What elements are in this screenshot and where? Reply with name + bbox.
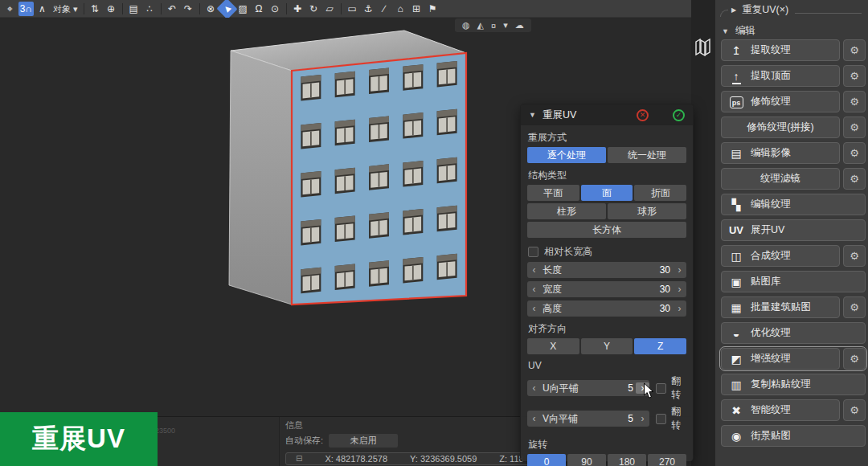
structure-option-folded[interactable]: 折面 — [634, 185, 686, 201]
decrement-icon[interactable]: ‹ — [527, 413, 541, 424]
chevron-down-icon[interactable]: ▾ — [503, 20, 508, 31]
cancel-icon[interactable]: ✕ — [637, 109, 649, 121]
home-tool-icon[interactable]: ⌂ — [393, 2, 408, 16]
building-model[interactable] — [209, 24, 474, 313]
increment-icon[interactable]: › — [673, 303, 686, 314]
method-option-unified[interactable]: 统一处理 — [608, 147, 686, 163]
building-side-face[interactable] — [229, 51, 292, 305]
sidebar-item-texture-library[interactable]: ▣ 贴图库 — [721, 271, 866, 292]
increment-icon[interactable]: › — [673, 264, 686, 276]
confirm-icon[interactable]: ✓ — [673, 109, 685, 121]
select-by-name-icon[interactable]: ▤ — [126, 2, 141, 16]
sidebar-item-smart-texture[interactable]: ✖ 智能纹理 — [721, 399, 840, 421]
align-option-y[interactable]: Y — [581, 338, 633, 354]
sidebar-item-unwrap-uv[interactable]: UV 展开UV — [721, 219, 866, 241]
sidebar-item-copy-paste-texture[interactable]: ▥ 复制粘贴纹理 — [721, 374, 866, 395]
sidebar-item-edit-texture[interactable]: ▚ 编辑纹理 — [721, 194, 866, 215]
book-pages-icon[interactable] — [694, 37, 712, 56]
rotate-tool-icon[interactable]: ↻ — [306, 2, 321, 16]
structure-option-box[interactable]: 长方体 — [527, 222, 686, 238]
align-option-x[interactable]: X — [527, 338, 579, 354]
decrement-icon[interactable]: ‹ — [527, 264, 541, 276]
sidebar-item-edit-image[interactable]: ▤ 编辑影像 — [721, 142, 840, 164]
align-label: 对齐方向 — [528, 322, 686, 336]
decrement-icon[interactable]: ‹ — [527, 284, 541, 295]
height-slider[interactable]: ‹ 高度 30 › — [527, 300, 686, 317]
v-tiling-slider[interactable]: ‹ V向平铺 5 › — [527, 411, 649, 427]
sidebar-item-batch-building-texture[interactable]: ▦ 批量建筑贴图 — [721, 296, 840, 318]
gear-icon[interactable]: ⚙ — [843, 348, 866, 370]
increment-icon[interactable]: › — [636, 413, 649, 424]
viewport-layout-icon[interactable]: ⊞ — [409, 2, 424, 16]
unlink-selection-icon[interactable]: ⊕ — [104, 2, 119, 16]
rectangle-tool-icon[interactable]: ▭ — [345, 2, 360, 16]
lock-selection-icon[interactable]: Ω — [252, 2, 267, 16]
gear-icon[interactable]: ⚙ — [843, 91, 866, 112]
v-flip-checkbox[interactable] — [656, 414, 666, 424]
sidebar-item-retouch-texture-stitch[interactable]: 修饰纹理(拼接) — [721, 117, 840, 138]
select-tool-icon[interactable]: ► — [216, 0, 237, 19]
cloud-settings-icon[interactable]: ☁ — [515, 20, 524, 31]
schematic-view-icon[interactable]: ∴ — [142, 2, 158, 16]
decrement-icon[interactable]: ‹ — [527, 303, 541, 314]
gear-icon[interactable]: ⚙ — [843, 168, 866, 190]
gear-icon[interactable]: ⚙ — [843, 296, 866, 318]
u-tiling-value: 5 — [628, 382, 633, 394]
snap-toggle-icon[interactable]: ⌖ — [2, 2, 18, 16]
scale-tool-icon[interactable]: ▱ — [322, 2, 338, 16]
shading-mode-icon[interactable]: ◭ — [477, 20, 484, 31]
object-filter-dropdown[interactable]: 对象 ▾ — [51, 2, 80, 16]
undo-icon[interactable]: ↶ — [165, 2, 180, 16]
rotate-option-180[interactable]: 180 — [608, 454, 646, 466]
align-option-z[interactable]: Z — [634, 338, 686, 354]
rotate-option-270[interactable]: 270 — [648, 454, 686, 466]
anchor-tool-icon[interactable]: ⚓ — [361, 2, 376, 16]
banner-tool-icon[interactable]: ⚑ — [425, 2, 440, 16]
structure-option-plane[interactable]: 平面 — [527, 185, 579, 201]
sidebar-item-optimize-texture[interactable]: ◒ 优化纹理 — [721, 322, 866, 344]
select-and-link-icon[interactable]: ⇅ — [88, 2, 103, 16]
measure-tool-icon[interactable]: ∕ — [377, 2, 392, 16]
structure-option-sphere[interactable]: 球形 — [608, 203, 686, 219]
structure-option-face[interactable]: 面 — [581, 185, 633, 201]
relative-size-checkbox[interactable] — [528, 247, 538, 257]
gear-icon[interactable]: ⚙ — [843, 65, 866, 87]
structure-option-cylinder[interactable]: 柱形 — [527, 203, 606, 219]
u-tiling-slider[interactable]: ‹ U向平铺 5 › — [527, 380, 649, 396]
increment-icon[interactable]: › — [673, 284, 686, 295]
u-flip-checkbox[interactable] — [656, 383, 666, 394]
sidebar-item-extract-top[interactable]: ↑ 提取顶面 — [721, 65, 840, 87]
gear-icon[interactable]: ⚙ — [843, 117, 866, 138]
gear-icon[interactable]: ⚙ — [843, 245, 866, 267]
rotate-option-0[interactable]: 0 — [527, 454, 566, 466]
gear-icon[interactable]: ⚙ — [843, 142, 866, 164]
gear-icon[interactable]: ⚙ — [843, 399, 866, 421]
rollout-repeat-uv[interactable]: ▶ 重复UV(×) — [720, 2, 863, 17]
rollout-edit[interactable]: ▼ 编辑 — [722, 24, 862, 38]
gear-icon[interactable]: ⚙ — [843, 39, 866, 61]
select-center-icon[interactable]: ⊙ — [268, 2, 283, 16]
method-option-individual[interactable]: 逐个处理 — [527, 147, 606, 163]
decrement-icon[interactable]: ‹ — [527, 382, 541, 394]
sidebar-item-retouch-texture[interactable]: ps 修饰纹理 — [721, 91, 840, 112]
sidebar-item-texture-filter[interactable]: 纹理滤镜 — [721, 168, 840, 190]
autosave-status-chip[interactable]: 未启用 — [329, 434, 398, 448]
sidebar-item-extract-texture[interactable]: ↥ 提取纹理 — [721, 39, 840, 61]
mouse-cursor — [643, 382, 654, 399]
rotate-label: 旋转 — [528, 438, 686, 452]
display-style-icon[interactable]: ¤ — [491, 21, 496, 31]
redo-icon[interactable]: ↷ — [181, 2, 196, 16]
delete-icon[interactable]: ⊗ — [203, 2, 219, 16]
width-slider[interactable]: ‹ 宽度 30 › — [527, 281, 686, 297]
sidebar-item-enhance-texture[interactable]: ◩ 增强纹理 — [721, 348, 840, 370]
sidebar-item-streetview-texture[interactable]: ◉ 街景贴图 — [721, 425, 866, 447]
rotate-option-90[interactable]: 90 — [567, 454, 606, 466]
uv-label: UV — [528, 360, 686, 371]
panel-header[interactable]: ▼ 重展UV ✕ ✓ — [521, 104, 693, 125]
move-tool-icon[interactable]: ✚ — [290, 2, 305, 16]
angle-snap-icon[interactable]: ∧ — [35, 2, 50, 16]
sidebar-item-composite-texture[interactable]: ◫ 合成纹理 — [721, 245, 840, 267]
length-slider[interactable]: ‹ 长度 30 › — [527, 262, 686, 278]
snap-3d-icon[interactable]: 3∩ — [18, 2, 34, 16]
select-region-icon[interactable]: ▨ — [235, 2, 251, 16]
